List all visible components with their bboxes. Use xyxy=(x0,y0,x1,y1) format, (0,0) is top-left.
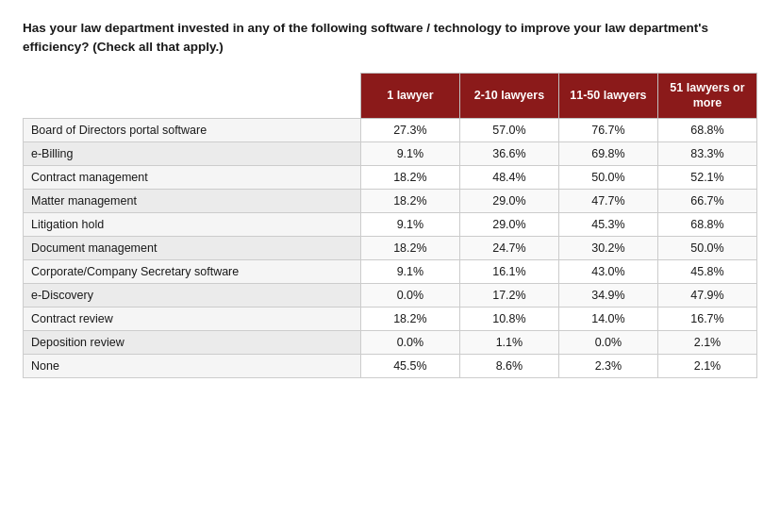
header-col2: 2-10 lawyers xyxy=(459,74,558,119)
table-row: Litigation hold9.1%29.0%45.3%68.8% xyxy=(24,212,757,236)
row-cell-3: 2.3% xyxy=(558,354,657,377)
row-cell-1: 18.2% xyxy=(360,236,459,259)
row-label: Litigation hold xyxy=(24,212,361,236)
row-cell-2: 1.1% xyxy=(459,330,558,354)
row-cell-4: 2.1% xyxy=(657,354,756,377)
table-row: Contract management18.2%48.4%50.0%52.1% xyxy=(24,165,757,189)
row-cell-3: 30.2% xyxy=(558,236,657,259)
row-cell-2: 24.7% xyxy=(459,236,558,259)
table-row: Deposition review0.0%1.1%0.0%2.1% xyxy=(24,330,757,354)
row-cell-3: 76.7% xyxy=(558,118,657,141)
header-empty xyxy=(24,74,361,119)
row-label: Document management xyxy=(24,236,361,259)
data-table: 1 lawyer 2-10 lawyers 11-50 lawyers 51 l… xyxy=(23,73,757,378)
row-cell-2: 36.6% xyxy=(459,141,558,165)
row-label: Corporate/Company Secretary software xyxy=(24,259,361,283)
table-row: Corporate/Company Secretary software9.1%… xyxy=(24,259,757,283)
row-cell-4: 68.8% xyxy=(657,118,756,141)
row-cell-2: 17.2% xyxy=(459,283,558,307)
row-cell-2: 57.0% xyxy=(459,118,558,141)
row-cell-3: 47.7% xyxy=(558,189,657,212)
row-cell-4: 52.1% xyxy=(657,165,756,189)
row-cell-3: 34.9% xyxy=(558,283,657,307)
row-cell-2: 16.1% xyxy=(459,259,558,283)
row-label: Deposition review xyxy=(24,330,361,354)
table-row: Board of Directors portal software27.3%5… xyxy=(24,118,757,141)
row-cell-1: 18.2% xyxy=(360,165,459,189)
row-cell-4: 45.8% xyxy=(657,259,756,283)
row-label: Contract management xyxy=(24,165,361,189)
row-cell-4: 68.8% xyxy=(657,212,756,236)
row-cell-2: 48.4% xyxy=(459,165,558,189)
table-row: Document management18.2%24.7%30.2%50.0% xyxy=(24,236,757,259)
row-label: Matter management xyxy=(24,189,361,212)
row-cell-1: 45.5% xyxy=(360,354,459,377)
row-cell-2: 29.0% xyxy=(459,212,558,236)
data-table-wrapper: 1 lawyer 2-10 lawyers 11-50 lawyers 51 l… xyxy=(23,73,757,378)
row-cell-3: 50.0% xyxy=(558,165,657,189)
header-col4: 51 lawyers or more xyxy=(657,74,756,119)
question-text: Has your law department invested in any … xyxy=(23,19,757,56)
row-label: Board of Directors portal software xyxy=(24,118,361,141)
row-cell-2: 29.0% xyxy=(459,189,558,212)
row-cell-1: 9.1% xyxy=(360,212,459,236)
row-cell-2: 8.6% xyxy=(459,354,558,377)
row-cell-1: 9.1% xyxy=(360,141,459,165)
row-cell-4: 50.0% xyxy=(657,236,756,259)
row-label: e-Discovery xyxy=(24,283,361,307)
row-cell-1: 9.1% xyxy=(360,259,459,283)
table-row: Contract review18.2%10.8%14.0%16.7% xyxy=(24,307,757,330)
row-cell-1: 18.2% xyxy=(360,307,459,330)
row-cell-4: 2.1% xyxy=(657,330,756,354)
row-label: e-Billing xyxy=(24,141,361,165)
row-cell-2: 10.8% xyxy=(459,307,558,330)
table-row: e-Discovery0.0%17.2%34.9%47.9% xyxy=(24,283,757,307)
row-cell-1: 0.0% xyxy=(360,283,459,307)
table-row: e-Billing9.1%36.6%69.8%83.3% xyxy=(24,141,757,165)
row-cell-4: 47.9% xyxy=(657,283,756,307)
row-cell-3: 69.8% xyxy=(558,141,657,165)
row-label: Contract review xyxy=(24,307,361,330)
row-cell-3: 43.0% xyxy=(558,259,657,283)
row-cell-3: 45.3% xyxy=(558,212,657,236)
row-label: None xyxy=(24,354,361,377)
row-cell-4: 83.3% xyxy=(657,141,756,165)
row-cell-1: 0.0% xyxy=(360,330,459,354)
row-cell-3: 0.0% xyxy=(558,330,657,354)
row-cell-4: 16.7% xyxy=(657,307,756,330)
header-col3: 11-50 lawyers xyxy=(558,74,657,119)
header-col1: 1 lawyer xyxy=(360,74,459,119)
row-cell-1: 18.2% xyxy=(360,189,459,212)
row-cell-4: 66.7% xyxy=(657,189,756,212)
row-cell-1: 27.3% xyxy=(360,118,459,141)
row-cell-3: 14.0% xyxy=(558,307,657,330)
table-row: None45.5%8.6%2.3%2.1% xyxy=(24,354,757,377)
table-row: Matter management18.2%29.0%47.7%66.7% xyxy=(24,189,757,212)
